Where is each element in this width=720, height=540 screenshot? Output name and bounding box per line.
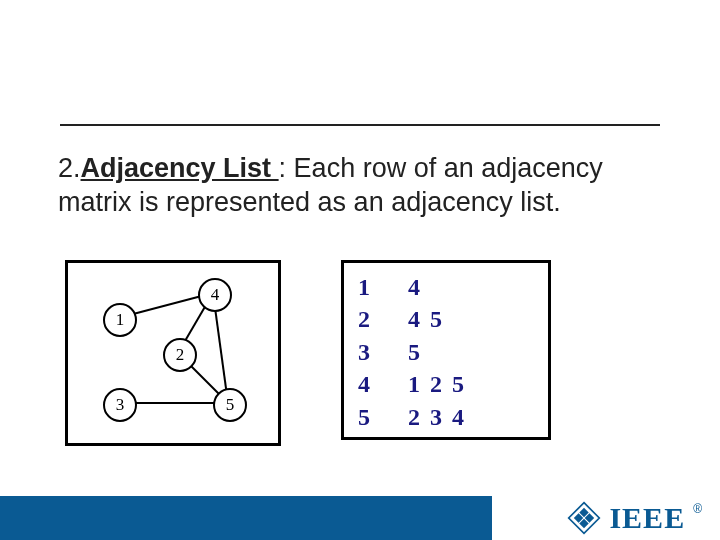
body-text: 2.Adjacency List : Each row of an adjace… — [58, 152, 618, 220]
footer-bar — [0, 496, 492, 540]
figure-row: 1 4 2 3 5 14 24 5 35 41 2 5 52 3 4 — [65, 260, 551, 446]
footer-logo-area: IEEE ® — [492, 496, 720, 540]
list-item: 41 2 5 — [358, 368, 534, 400]
list-item: 35 — [358, 336, 534, 368]
registered-mark: ® — [693, 502, 702, 516]
graph-node-4: 4 — [198, 278, 232, 312]
ieee-logo-text: IEEE — [609, 501, 685, 535]
adjacency-list-panel: 14 24 5 35 41 2 5 52 3 4 — [341, 260, 551, 440]
graph-panel: 1 4 2 3 5 — [65, 260, 281, 446]
graph-node-2: 2 — [163, 338, 197, 372]
list-item: 52 3 4 — [358, 401, 534, 433]
ieee-kite-icon — [567, 501, 601, 535]
graph-node-5: 5 — [213, 388, 247, 422]
graph-node-1: 1 — [103, 303, 137, 337]
divider — [60, 124, 660, 126]
list-item: 14 — [358, 271, 534, 303]
item-number: 2. — [58, 153, 81, 183]
term: Adjacency List — [81, 153, 279, 183]
graph-node-3: 3 — [103, 388, 137, 422]
footer: IEEE ® — [0, 496, 720, 540]
list-item: 24 5 — [358, 303, 534, 335]
